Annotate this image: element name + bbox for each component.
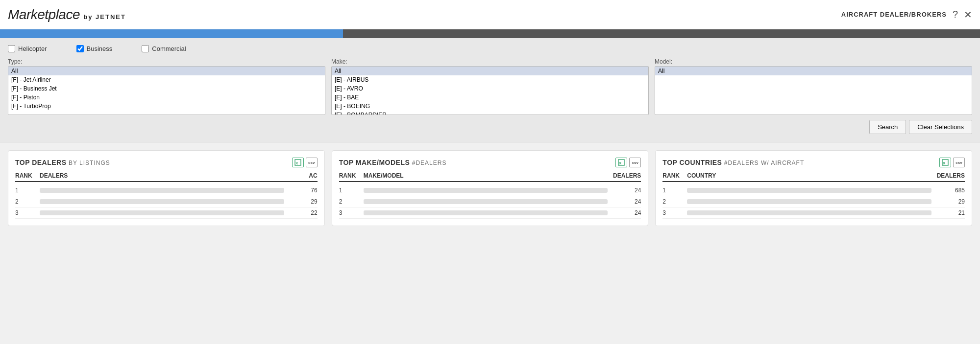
search-button[interactable]: Search (869, 120, 906, 134)
top-countries-title: TOP COUNTRIES #DEALERS W/ AIRCRAFT (662, 159, 804, 166)
business-checkbox[interactable] (76, 45, 84, 52)
dealers-csv-icon[interactable]: csv (306, 158, 318, 167)
table-row: 2 24 (339, 196, 641, 207)
rank-2: 2 (15, 198, 40, 205)
model-option-all[interactable]: All (655, 67, 972, 75)
country-name-1 (687, 188, 931, 193)
dealer-ac-1: 76 (288, 187, 318, 194)
helicopter-label: Helicopter (18, 45, 47, 52)
make-option-all[interactable]: All (332, 67, 648, 75)
logo-brand: JETNET (96, 13, 126, 21)
type-select-group: Type: All [F] - Jet Airliner [F] - Busin… (8, 58, 325, 115)
top-dealers-table-header: RANK DEALERS AC (15, 172, 318, 182)
make-select[interactable]: All [E] - AIRBUS [E] - AVRO [E] - BAE [E… (331, 66, 649, 115)
model-select-group: Model: All (655, 58, 972, 115)
mm-dealers-2: 24 (612, 198, 641, 205)
top-makemodels-table-header: RANK MAKE/MODEL DEALERS (339, 172, 641, 182)
make-label: Make: (331, 58, 649, 65)
model-select[interactable]: All (655, 66, 972, 115)
country-dealers-3: 21 (935, 209, 965, 216)
make-option-bae[interactable]: [E] - BAE (332, 93, 648, 102)
top-makemodels-header: TOP MAKE/MODELS #DEALERS X csv (339, 158, 641, 167)
makemodels-col-makemodel: MAKE/MODEL (364, 172, 612, 179)
mm-rank-2: 2 (339, 198, 364, 205)
selects-row: Type: All [F] - Jet Airliner [F] - Busin… (8, 58, 972, 115)
table-row: 3 21 (662, 207, 965, 219)
business-checkbox-label[interactable]: Business (76, 45, 113, 52)
countries-excel-icon[interactable]: X (939, 158, 951, 167)
clear-selections-button[interactable]: Clear Selections (909, 120, 972, 134)
table-row: 3 24 (339, 207, 641, 219)
country-dealers-1: 685 (935, 187, 965, 194)
dealer-name-3 (40, 210, 284, 215)
dealer-name-1 (40, 188, 284, 193)
countries-col-dealers: DEALERS (935, 172, 965, 179)
help-button[interactable]: ? (953, 9, 958, 20)
make-select-group: Make: All [E] - AIRBUS [E] - AVRO [E] - … (331, 58, 649, 115)
country-name-2 (687, 199, 931, 204)
makemodels-col-rank: RANK (339, 172, 364, 179)
rank-3: 3 (15, 209, 40, 216)
svg-text:X: X (295, 161, 298, 165)
logo-marketplace: Marketplace (8, 7, 80, 22)
dealer-ac-3: 22 (288, 209, 318, 216)
top-dealers-panel: TOP DEALERS BY LISTINGS X csv RANK DEALE… (8, 150, 325, 226)
country-rank-2: 2 (662, 198, 687, 205)
dealer-ac-2: 29 (288, 198, 318, 205)
makemodels-excel-icon[interactable]: X (615, 158, 627, 167)
make-option-bombardier[interactable]: [E] - BOMBARDIER (332, 111, 648, 115)
type-option-jet-airliner[interactable]: [F] - Jet Airliner (8, 75, 325, 84)
top-makemodels-icons: X csv (615, 158, 641, 167)
makemodels-csv-icon[interactable]: csv (629, 158, 641, 167)
commercial-checkbox-label[interactable]: Commercial (142, 45, 186, 52)
country-name-3 (687, 210, 931, 215)
dealer-name-2 (40, 199, 284, 204)
makemodels-col-dealers: DEALERS (612, 172, 641, 179)
dealers-col-rank: RANK (15, 172, 40, 179)
svg-text:X: X (943, 161, 946, 165)
model-label: Model: (655, 58, 972, 65)
countries-col-rank: RANK (662, 172, 687, 179)
countries-csv-icon[interactable]: csv (953, 158, 965, 167)
header-actions: AIRCRAFT DEALER/BROKERS ? ✕ (841, 9, 972, 21)
top-dealers-header: TOP DEALERS BY LISTINGS X csv (15, 158, 318, 167)
make-option-boeing[interactable]: [E] - BOEING (332, 102, 648, 111)
dealers-col-ac: AC (288, 172, 318, 179)
close-button[interactable]: ✕ (964, 9, 972, 21)
top-makemodels-title: TOP MAKE/MODELS #DEALERS (339, 159, 447, 166)
filter-actions: Search Clear Selections (8, 120, 972, 134)
svg-text:X: X (619, 161, 622, 165)
app-logo: Marketplace by JETNET (8, 7, 126, 23)
table-row: 2 29 (662, 196, 965, 207)
make-option-airbus[interactable]: [E] - AIRBUS (332, 75, 648, 84)
helicopter-checkbox[interactable] (8, 45, 15, 52)
country-rank-3: 3 (662, 209, 687, 216)
page-title: AIRCRAFT DEALER/BROKERS (841, 11, 947, 18)
commercial-checkbox[interactable] (142, 45, 149, 52)
dealers-col-dealers: DEALERS (40, 172, 288, 179)
type-label: Type: (8, 58, 325, 65)
type-option-business-jet[interactable]: [F] - Business Jet (8, 84, 325, 93)
progress-bar-fill (0, 29, 343, 38)
helicopter-checkbox-label[interactable]: Helicopter (8, 45, 47, 52)
commercial-label: Commercial (152, 45, 186, 52)
table-row: 1 24 (339, 185, 641, 196)
top-dealers-icons: X csv (292, 158, 318, 167)
mm-name-2 (364, 199, 608, 204)
table-row: 1 685 (662, 185, 965, 196)
type-option-turboprop[interactable]: [F] - TurboProp (8, 102, 325, 111)
type-option-all[interactable]: All (8, 67, 325, 75)
type-option-piston[interactable]: [F] - Piston (8, 93, 325, 102)
filter-area: Helicopter Business Commercial Type: All… (0, 38, 980, 142)
dashboard: TOP DEALERS BY LISTINGS X csv RANK DEALE… (0, 142, 980, 234)
type-select[interactable]: All [F] - Jet Airliner [F] - Business Je… (8, 66, 325, 115)
mm-rank-3: 3 (339, 209, 364, 216)
app-header: Marketplace by JETNET AIRCRAFT DEALER/BR… (0, 0, 980, 29)
make-option-avro[interactable]: [E] - AVRO (332, 84, 648, 93)
top-countries-icons: X csv (939, 158, 965, 167)
table-row: 3 22 (15, 207, 318, 219)
progress-bar-area (0, 29, 980, 38)
dealers-excel-icon[interactable]: X (292, 158, 304, 167)
country-rank-1: 1 (662, 187, 687, 194)
top-countries-table-header: RANK COUNTRY DEALERS (662, 172, 965, 182)
